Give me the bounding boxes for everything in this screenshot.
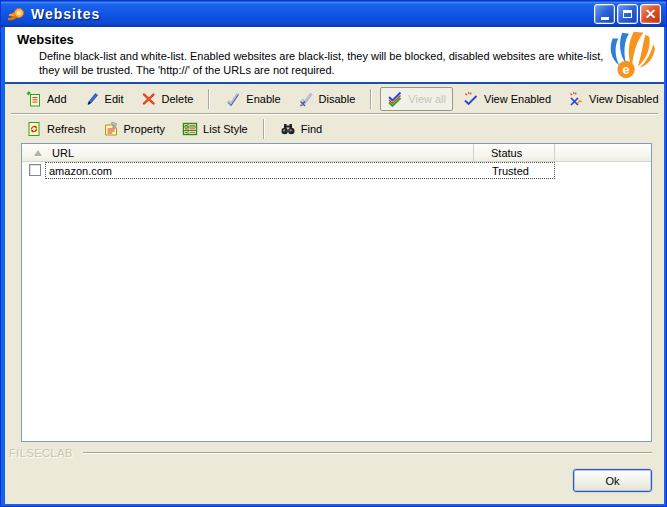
toolbar-separator: [263, 119, 265, 139]
view-all-icon: [387, 91, 403, 107]
delete-icon: [141, 91, 157, 107]
add-button[interactable]: Add: [19, 87, 74, 111]
property-icon: [103, 121, 119, 137]
column-header-status[interactable]: Status: [474, 144, 555, 161]
list-style-icon: [182, 121, 198, 137]
edit-label: Edit: [105, 93, 124, 105]
find-button[interactable]: Find: [273, 117, 329, 141]
list-row-amazon[interactable]: amazon.com Trusted: [22, 162, 651, 180]
filseclab-logo: e: [602, 29, 656, 81]
statusbar: FILSECLAB: [9, 446, 652, 460]
page-description: Define black-list and white-list. Enable…: [39, 49, 603, 77]
delete-button[interactable]: Delete: [134, 87, 201, 111]
titlebar[interactable]: Websites ✕: [1, 1, 666, 27]
row-focus-rect: amazon.com Trusted: [45, 162, 555, 179]
enable-button[interactable]: Enable: [218, 87, 287, 111]
caption-buttons: ✕: [594, 4, 661, 24]
view-disabled-label: View Disabled: [589, 93, 659, 105]
description-line-2: they will be trusted. The 'http://' of t…: [39, 63, 603, 77]
refresh-button[interactable]: Refresh: [19, 117, 93, 141]
window-title: Websites: [31, 6, 100, 22]
row-checkbox[interactable]: [29, 164, 41, 176]
edit-icon: [84, 91, 100, 107]
toolbar-separator: [208, 89, 210, 109]
refresh-label: Refresh: [47, 123, 86, 135]
toolbar-separator: [370, 89, 372, 109]
add-icon: [26, 91, 42, 107]
property-label: Property: [124, 123, 166, 135]
enable-label: Enable: [246, 93, 280, 105]
column-header-url[interactable]: URL: [22, 144, 474, 161]
disable-button[interactable]: Disable: [291, 87, 363, 111]
list-style-label: List Style: [203, 123, 248, 135]
brand-watermark: FILSECLAB: [9, 447, 73, 459]
view-enabled-button[interactable]: View Enabled: [456, 87, 558, 111]
view-enabled-icon: [463, 91, 479, 107]
minimize-button[interactable]: [594, 4, 615, 24]
row-url-text: amazon.com: [49, 165, 112, 177]
maximize-icon: [623, 10, 632, 18]
enable-icon: [225, 91, 241, 107]
edit-button[interactable]: Edit: [77, 87, 131, 111]
toolbar-row-1: Add Edit Delete: [5, 85, 664, 113]
dialog-body: Websites Define black-list and white-lis…: [5, 27, 664, 504]
view-all-button[interactable]: View all: [380, 87, 453, 111]
view-all-label: View all: [408, 93, 446, 105]
disable-label: Disable: [319, 93, 356, 105]
websites-dialog: Websites ✕ Websites Define black-list an…: [0, 0, 667, 507]
list-style-button[interactable]: List Style: [175, 117, 255, 141]
view-disabled-icon: [568, 91, 584, 107]
close-icon: ✕: [645, 7, 657, 21]
list-header: URL Status: [22, 144, 651, 162]
websites-list: URL Status amazon.com Trusted: [21, 143, 652, 442]
disable-icon: [298, 91, 314, 107]
find-label: Find: [301, 123, 322, 135]
find-icon: [280, 121, 296, 137]
view-enabled-label: View Enabled: [484, 93, 551, 105]
ok-label: Ok: [605, 475, 619, 487]
description-line-1: Define black-list and white-list. Enable…: [39, 49, 603, 63]
view-disabled-button[interactable]: View Disabled: [561, 87, 666, 111]
row-status-text: Trusted: [492, 165, 529, 177]
sort-ascending-icon: [34, 150, 42, 156]
maximize-button[interactable]: [617, 4, 638, 24]
logo-letter: e: [623, 63, 630, 77]
url-column-label: URL: [52, 147, 74, 159]
column-header-filler: [555, 144, 651, 161]
header-band: Websites Define black-list and white-lis…: [5, 27, 664, 84]
close-button[interactable]: ✕: [640, 4, 661, 24]
property-button[interactable]: Property: [96, 117, 173, 141]
ok-button[interactable]: Ok: [573, 469, 652, 492]
minimize-icon: [601, 17, 609, 20]
statusbar-divider: [83, 452, 652, 454]
app-flame-icon: [6, 5, 26, 23]
status-column-label: Status: [491, 147, 522, 159]
page-title: Websites: [17, 32, 74, 47]
add-label: Add: [47, 93, 67, 105]
toolbar-row-2: Refresh Property: [5, 115, 664, 143]
delete-label: Delete: [162, 93, 194, 105]
refresh-icon: [26, 121, 42, 137]
